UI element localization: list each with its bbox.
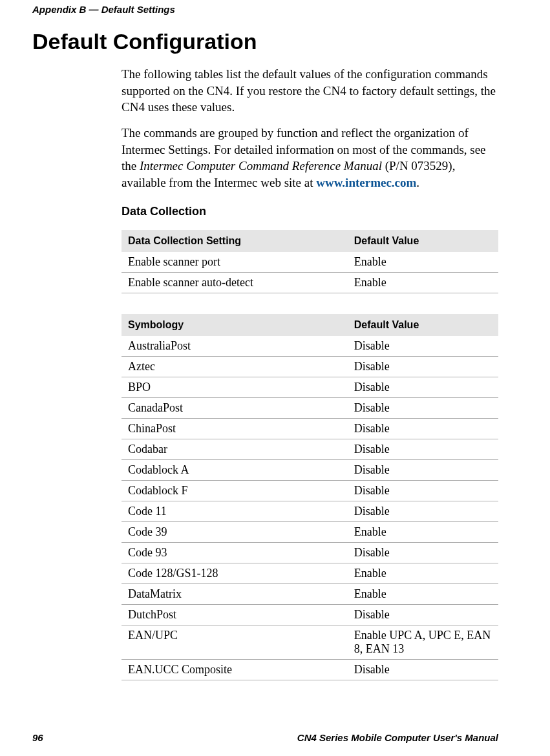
p2-text-c: . — [416, 176, 419, 189]
intermec-link[interactable]: www.intermec.com — [316, 176, 416, 189]
sym-setting: Code 39 — [122, 522, 348, 543]
sym-value: Disable — [348, 481, 498, 501]
sym-setting: AustraliaPost — [122, 336, 348, 357]
table-row: Enable scanner port Enable — [122, 252, 498, 273]
table-row: AustraliaPostDisable — [122, 336, 498, 357]
table-row: EAN/UPCEnable UPC A, UPC E, EAN 8, EAN 1… — [122, 625, 498, 660]
sym-value: Disable — [348, 460, 498, 481]
sym-value: Disable — [348, 419, 498, 439]
sym-setting: Code 11 — [122, 501, 348, 522]
sym-value: Disable — [348, 336, 498, 357]
table-row: Code 128/GS1-128Enable — [122, 563, 498, 584]
sym-header-value: Default Value — [348, 314, 498, 336]
page: Appendix B — Default Settings Default Co… — [0, 0, 550, 756]
sym-setting: Codabar — [122, 439, 348, 460]
reference-title: Intermec Computer Command Reference Manu… — [140, 159, 382, 173]
sym-value: Disable — [348, 377, 498, 398]
table-row: ChinaPostDisable — [122, 419, 498, 439]
sym-value: Disable — [348, 398, 498, 419]
dc-setting: Enable scanner auto-detect — [122, 273, 348, 293]
dc-value: Enable — [348, 273, 498, 293]
sym-value: Disable — [348, 501, 498, 522]
intro-paragraph-2: The commands are grouped by function and… — [122, 125, 498, 191]
sym-value: Disable — [348, 439, 498, 460]
sym-setting: Codablock F — [122, 481, 348, 501]
sym-setting: ChinaPost — [122, 419, 348, 439]
dc-value: Enable — [348, 252, 498, 273]
sym-setting: Code 93 — [122, 543, 348, 563]
sym-setting: Code 128/GS1-128 — [122, 563, 348, 584]
sym-setting: Aztec — [122, 357, 348, 377]
symbology-table: Symbology Default Value AustraliaPostDis… — [122, 314, 498, 680]
sym-value: Enable — [348, 522, 498, 543]
sym-setting: EAN/UPC — [122, 625, 348, 660]
table-row: Codablock ADisable — [122, 460, 498, 481]
table-row: CodabarDisable — [122, 439, 498, 460]
body-content: The following tables list the default va… — [122, 66, 498, 680]
sym-setting: EAN.UCC Composite — [122, 660, 348, 680]
table-row: Enable scanner auto-detect Enable — [122, 273, 498, 293]
sym-setting: Codablock A — [122, 460, 348, 481]
dc-setting: Enable scanner port — [122, 252, 348, 273]
table-row: DataMatrixEnable — [122, 584, 498, 605]
page-title: Default Configuration — [32, 29, 498, 54]
section-heading: Data Collection — [122, 205, 498, 218]
sym-value: Disable — [348, 605, 498, 625]
intro-paragraph-1: The following tables list the default va… — [122, 66, 498, 116]
sym-setting: DataMatrix — [122, 584, 348, 605]
document-title: CN4 Series Mobile Computer User's Manual — [297, 732, 498, 743]
table-row: Codablock FDisable — [122, 481, 498, 501]
dc-header-value: Default Value — [348, 230, 498, 252]
sym-value: Enable UPC A, UPC E, EAN 8, EAN 13 — [348, 625, 498, 660]
sym-value: Enable — [348, 563, 498, 584]
table-row: Code 11Disable — [122, 501, 498, 522]
table-row: AztecDisable — [122, 357, 498, 377]
table-row: CanadaPostDisable — [122, 398, 498, 419]
data-collection-table: Data Collection Setting Default Value En… — [122, 230, 498, 293]
table-row: BPODisable — [122, 377, 498, 398]
sym-header-setting: Symbology — [122, 314, 348, 336]
appendix-header: Appendix B — Default Settings — [32, 0, 498, 15]
sym-setting: DutchPost — [122, 605, 348, 625]
sym-value: Disable — [348, 660, 498, 680]
dc-header-setting: Data Collection Setting — [122, 230, 348, 252]
sym-setting: BPO — [122, 377, 348, 398]
table-row: Code 39Enable — [122, 522, 498, 543]
table-row: EAN.UCC CompositeDisable — [122, 660, 498, 680]
sym-value: Disable — [348, 543, 498, 563]
sym-value: Enable — [348, 584, 498, 605]
sym-setting: CanadaPost — [122, 398, 348, 419]
page-footer: 96 CN4 Series Mobile Computer User's Man… — [32, 732, 498, 743]
page-number: 96 — [32, 732, 43, 743]
sym-value: Disable — [348, 357, 498, 377]
table-row: Code 93Disable — [122, 543, 498, 563]
table-row: DutchPostDisable — [122, 605, 498, 625]
